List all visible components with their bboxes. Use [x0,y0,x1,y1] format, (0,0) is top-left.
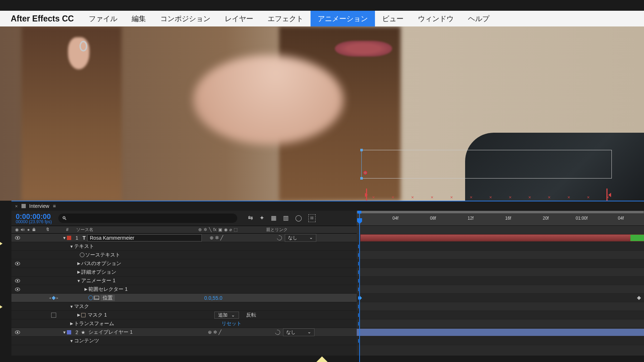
keyframe-nav[interactable]: ◂▸ [45,296,62,300]
tab-menu-icon[interactable]: ≡ [53,203,56,209]
pickwhip-icon[interactable] [276,234,283,241]
graph-editor-icon[interactable]: ◯ [295,214,302,222]
pickwhip-icon[interactable] [274,329,281,336]
col-switches[interactable]: ⊕✲╲fx▣◉⌀⬚ [196,227,262,232]
work-area-bar[interactable] [357,211,644,214]
composition-viewer[interactable]: ××××××××××××× [0,26,644,201]
ruler-tick: 12f [468,216,474,221]
prop-contents: コンテンツ [74,338,99,344]
label-header[interactable]: 🔖︎ [45,227,62,232]
invert-label[interactable]: 反転 [246,312,256,318]
viewer-content [193,55,343,145]
layer-name[interactable]: Rosa Kammermeier [87,234,208,241]
twirl-icon[interactable]: ▼ [62,330,67,334]
twirl-icon[interactable]: ▼ [69,244,74,249]
mask-color-swatch[interactable] [81,313,86,317]
eye-icon[interactable] [15,331,20,334]
resize-handle[interactable] [360,177,363,180]
prop-range-selector: 範囲セレクター 1 [88,286,128,293]
keyframe-diamond-icon[interactable] [52,296,55,300]
twirl-icon[interactable]: ▶ [69,321,74,326]
menu-view[interactable]: ビュー [375,11,411,26]
col-source-name[interactable]: ソース名 [73,227,196,233]
layer-name-field[interactable]: Rosa Kammermeier [87,234,202,241]
audio-icon[interactable]: 🔊︎ [21,227,25,232]
prop-mask: マスク [74,303,89,310]
layer-switches[interactable]: ⊕✲╱ [206,329,272,335]
track-row[interactable] [357,234,644,242]
keyframe-track[interactable] [357,294,644,302]
layer-bar[interactable] [357,329,644,336]
col-parent[interactable]: 親とリンク [262,227,326,233]
playhead-line[interactable] [359,214,360,362]
motion-blur-icon[interactable]: ▥ [283,214,289,222]
menu-animation[interactable]: アニメーション [311,11,375,26]
graph-icon[interactable] [94,296,99,300]
twirl-icon[interactable]: ▼ [69,339,74,343]
window-chrome [0,0,644,11]
timeline-tab[interactable]: Interview [29,203,49,209]
close-icon[interactable]: × [15,204,18,209]
keyframe-icon[interactable] [637,296,641,300]
frame-blend-icon[interactable]: ▦ [271,214,277,222]
layer-number: 1 [73,235,81,241]
timecode-block[interactable]: 0:00:00:00 00000 (23.976 fps) [16,212,52,224]
twirl-icon[interactable]: ▶ [76,270,81,274]
twirl-icon[interactable]: ▶ [76,261,81,266]
mask-mode-dropdown[interactable]: 追加⌄ [214,312,239,319]
stopwatch-icon[interactable] [88,295,93,300]
position-value[interactable]: 0.0,55.0 [204,295,223,301]
menu-file[interactable]: ファイル [82,11,125,26]
text-layer-icon: T [81,235,87,241]
time-ruler[interactable]: 04f 08f 12f 16f 20f 01:00f 04f [357,211,644,226]
anchor-point-icon[interactable] [364,171,367,175]
decoration-arrow [0,302,3,312]
eye-icon[interactable] [15,262,20,265]
timeline-tracks[interactable]: 04f 08f 12f 16f 20f 01:00f 04f [357,211,644,356]
twirl-icon[interactable]: ▶ [83,287,88,292]
shy-icon[interactable]: ✦ [259,214,264,222]
track-row[interactable] [357,328,644,337]
playhead-handle[interactable] [357,211,361,214]
eye-icon[interactable] [15,236,20,240]
viewer-content [79,41,87,52]
lock-icon[interactable]: 🔒︎ [32,227,36,232]
resize-handle[interactable] [360,149,363,151]
layer-color-swatch[interactable] [67,330,71,334]
decoration-diamond [315,356,329,362]
layer-name[interactable]: シェイプレイヤー 1 [86,329,206,336]
comp-icon [21,204,26,208]
render-queue-icon[interactable]: ⌗ [308,214,316,222]
reset-link[interactable]: リセット [221,321,241,327]
twirl-icon[interactable]: ▼ [76,279,81,283]
prop-source-text: ソーステキスト [85,252,120,258]
menu-help[interactable]: ヘルプ [461,11,497,26]
layer-switches[interactable]: ⊕✲╱ [208,235,274,240]
stopwatch-icon[interactable] [80,253,84,257]
timeline-search[interactable]: 🔍︎ [58,214,237,223]
text-layer-bounds[interactable] [361,150,612,178]
frames-fps: 00000 (23.976 fps) [16,219,52,224]
decoration-arrow [0,239,3,248]
video-icon[interactable]: ◉ [15,227,19,232]
menu-edit[interactable]: 編集 [125,11,153,26]
twirl-icon[interactable]: ▼ [62,236,67,240]
comp-flow-icon[interactable]: ⇆ [248,214,253,222]
layer-color-swatch[interactable] [67,236,71,240]
av-toggles-header: ◉ 🔊︎ ● 🔒︎ [11,227,45,232]
eye-icon[interactable] [15,279,20,283]
menu-window[interactable]: ウィンドウ [411,11,461,26]
timeline-toolbar: ⇆ ✦ ▦ ▥ ◯ ⌗ [248,214,316,222]
menu-composition[interactable]: コンポジション [153,11,218,26]
menu-effect[interactable]: エフェクト [260,11,311,26]
twirl-icon[interactable]: ▼ [69,304,74,309]
eye-icon[interactable] [15,288,20,291]
col-number[interactable]: # [62,227,73,232]
menu-layer[interactable]: レイヤー [218,11,260,26]
twirl-icon[interactable]: ▶ [76,313,81,317]
layer-bar-end[interactable] [630,235,644,241]
layer-bar[interactable] [360,234,644,241]
parent-dropdown[interactable]: なし⌄ [283,328,314,336]
parent-dropdown[interactable]: なし⌄ [285,234,316,242]
solo-icon[interactable]: ● [27,227,30,232]
